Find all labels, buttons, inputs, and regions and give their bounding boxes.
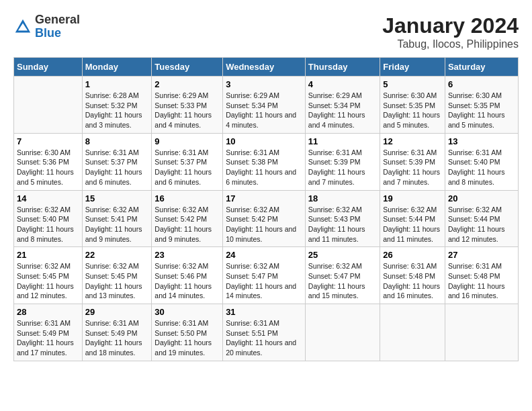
calendar-week-row: 14Sunrise: 6:32 AM Sunset: 5:40 PM Dayli… xyxy=(14,190,519,247)
calendar-cell: 13Sunrise: 6:31 AM Sunset: 5:40 PM Dayli… xyxy=(445,133,518,190)
day-number: 23 xyxy=(154,250,220,260)
column-header-saturday: Saturday xyxy=(445,58,518,77)
calendar-cell xyxy=(445,304,518,361)
calendar-cell: 26Sunrise: 6:31 AM Sunset: 5:48 PM Dayli… xyxy=(380,247,445,304)
title-block: January 2024 Tabug, Ilocos, Philippines xyxy=(382,13,519,50)
day-info: Sunrise: 6:31 AM Sunset: 5:39 PM Dayligh… xyxy=(308,148,377,187)
day-number: 31 xyxy=(226,307,302,317)
day-number: 21 xyxy=(17,250,79,260)
day-info: Sunrise: 6:31 AM Sunset: 5:37 PM Dayligh… xyxy=(85,148,149,187)
column-header-monday: Monday xyxy=(82,58,152,77)
day-info: Sunrise: 6:29 AM Sunset: 5:33 PM Dayligh… xyxy=(154,91,220,130)
day-info: Sunrise: 6:31 AM Sunset: 5:39 PM Dayligh… xyxy=(383,148,442,187)
calendar-cell: 29Sunrise: 6:31 AM Sunset: 5:49 PM Dayli… xyxy=(82,304,152,361)
day-number: 22 xyxy=(85,250,149,260)
day-info: Sunrise: 6:31 AM Sunset: 5:50 PM Dayligh… xyxy=(154,318,220,358)
calendar-cell: 24Sunrise: 6:32 AM Sunset: 5:47 PM Dayli… xyxy=(223,247,306,304)
calendar-cell xyxy=(305,304,380,361)
calendar-cell xyxy=(380,304,445,361)
day-info: Sunrise: 6:30 AM Sunset: 5:35 PM Dayligh… xyxy=(448,91,515,130)
day-number: 20 xyxy=(448,193,515,203)
day-info: Sunrise: 6:32 AM Sunset: 5:44 PM Dayligh… xyxy=(448,205,515,244)
calendar-cell: 25Sunrise: 6:32 AM Sunset: 5:47 PM Dayli… xyxy=(305,247,380,304)
day-info: Sunrise: 6:31 AM Sunset: 5:38 PM Dayligh… xyxy=(226,148,302,187)
calendar-cell: 11Sunrise: 6:31 AM Sunset: 5:39 PM Dayli… xyxy=(305,133,380,190)
day-info: Sunrise: 6:30 AM Sunset: 5:35 PM Dayligh… xyxy=(383,91,442,130)
day-number: 1 xyxy=(85,79,149,89)
calendar-cell: 10Sunrise: 6:31 AM Sunset: 5:38 PM Dayli… xyxy=(223,133,306,190)
day-info: Sunrise: 6:31 AM Sunset: 5:48 PM Dayligh… xyxy=(383,261,442,301)
day-number: 3 xyxy=(226,79,302,89)
day-number: 10 xyxy=(226,136,302,146)
day-number: 9 xyxy=(154,136,220,146)
day-number: 5 xyxy=(383,79,442,89)
day-number: 17 xyxy=(226,193,302,203)
day-number: 24 xyxy=(226,250,302,260)
day-info: Sunrise: 6:31 AM Sunset: 5:49 PM Dayligh… xyxy=(17,318,79,358)
day-number: 13 xyxy=(448,136,515,146)
day-info: Sunrise: 6:32 AM Sunset: 5:47 PM Dayligh… xyxy=(226,261,302,301)
day-info: Sunrise: 6:32 AM Sunset: 5:45 PM Dayligh… xyxy=(85,261,149,301)
day-info: Sunrise: 6:31 AM Sunset: 5:48 PM Dayligh… xyxy=(448,261,515,301)
calendar-cell: 19Sunrise: 6:32 AM Sunset: 5:44 PM Dayli… xyxy=(380,190,445,247)
calendar-cell: 2Sunrise: 6:29 AM Sunset: 5:33 PM Daylig… xyxy=(152,77,223,134)
page-subtitle: Tabug, Ilocos, Philippines xyxy=(382,38,519,50)
calendar-cell: 4Sunrise: 6:29 AM Sunset: 5:34 PM Daylig… xyxy=(305,77,380,134)
day-info: Sunrise: 6:32 AM Sunset: 5:45 PM Dayligh… xyxy=(17,261,79,301)
day-info: Sunrise: 6:30 AM Sunset: 5:36 PM Dayligh… xyxy=(17,148,79,187)
day-number: 4 xyxy=(308,79,377,89)
column-header-sunday: Sunday xyxy=(14,58,83,77)
day-info: Sunrise: 6:31 AM Sunset: 5:51 PM Dayligh… xyxy=(226,318,302,358)
day-number: 8 xyxy=(85,136,149,146)
column-header-thursday: Thursday xyxy=(305,58,380,77)
calendar-cell: 22Sunrise: 6:32 AM Sunset: 5:45 PM Dayli… xyxy=(82,247,152,304)
calendar-cell: 16Sunrise: 6:32 AM Sunset: 5:42 PM Dayli… xyxy=(152,190,223,247)
calendar-cell: 20Sunrise: 6:32 AM Sunset: 5:44 PM Dayli… xyxy=(445,190,518,247)
calendar-cell: 28Sunrise: 6:31 AM Sunset: 5:49 PM Dayli… xyxy=(14,304,83,361)
calendar-cell: 9Sunrise: 6:31 AM Sunset: 5:37 PM Daylig… xyxy=(152,133,223,190)
calendar-table: SundayMondayTuesdayWednesdayThursdayFrid… xyxy=(13,57,519,361)
day-number: 2 xyxy=(154,79,220,89)
calendar-week-row: 1Sunrise: 6:28 AM Sunset: 5:32 PM Daylig… xyxy=(14,77,519,134)
calendar-cell: 3Sunrise: 6:29 AM Sunset: 5:34 PM Daylig… xyxy=(223,77,306,134)
day-info: Sunrise: 6:32 AM Sunset: 5:43 PM Dayligh… xyxy=(308,205,377,244)
calendar-cell: 21Sunrise: 6:32 AM Sunset: 5:45 PM Dayli… xyxy=(14,247,83,304)
calendar-cell: 15Sunrise: 6:32 AM Sunset: 5:41 PM Dayli… xyxy=(82,190,152,247)
calendar-cell: 30Sunrise: 6:31 AM Sunset: 5:50 PM Dayli… xyxy=(152,304,223,361)
day-info: Sunrise: 6:32 AM Sunset: 5:44 PM Dayligh… xyxy=(383,205,442,244)
day-number: 25 xyxy=(308,250,377,260)
calendar-cell: 5Sunrise: 6:30 AM Sunset: 5:35 PM Daylig… xyxy=(380,77,445,134)
day-number: 16 xyxy=(154,193,220,203)
calendar-cell: 31Sunrise: 6:31 AM Sunset: 5:51 PM Dayli… xyxy=(223,304,306,361)
day-info: Sunrise: 6:32 AM Sunset: 5:42 PM Dayligh… xyxy=(226,205,302,244)
page-header: General Blue January 2024 Tabug, Ilocos,… xyxy=(13,13,519,50)
calendar-cell xyxy=(14,77,83,134)
calendar-week-row: 21Sunrise: 6:32 AM Sunset: 5:45 PM Dayli… xyxy=(14,247,519,304)
day-number: 28 xyxy=(17,307,79,317)
logo-icon xyxy=(13,17,32,36)
day-info: Sunrise: 6:31 AM Sunset: 5:49 PM Dayligh… xyxy=(85,318,149,358)
day-number: 12 xyxy=(383,136,442,146)
day-info: Sunrise: 6:32 AM Sunset: 5:42 PM Dayligh… xyxy=(154,205,220,244)
day-number: 27 xyxy=(448,250,515,260)
day-number: 30 xyxy=(154,307,220,317)
day-number: 26 xyxy=(383,250,442,260)
day-number: 18 xyxy=(308,193,377,203)
logo: General Blue xyxy=(13,13,80,40)
day-info: Sunrise: 6:32 AM Sunset: 5:41 PM Dayligh… xyxy=(85,205,149,244)
day-info: Sunrise: 6:32 AM Sunset: 5:46 PM Dayligh… xyxy=(154,261,220,301)
calendar-cell: 8Sunrise: 6:31 AM Sunset: 5:37 PM Daylig… xyxy=(82,133,152,190)
calendar-cell: 18Sunrise: 6:32 AM Sunset: 5:43 PM Dayli… xyxy=(305,190,380,247)
day-info: Sunrise: 6:28 AM Sunset: 5:32 PM Dayligh… xyxy=(85,91,149,130)
calendar-cell: 14Sunrise: 6:32 AM Sunset: 5:40 PM Dayli… xyxy=(14,190,83,247)
calendar-cell: 27Sunrise: 6:31 AM Sunset: 5:48 PM Dayli… xyxy=(445,247,518,304)
day-info: Sunrise: 6:29 AM Sunset: 5:34 PM Dayligh… xyxy=(226,91,302,130)
calendar-cell: 17Sunrise: 6:32 AM Sunset: 5:42 PM Dayli… xyxy=(223,190,306,247)
day-number: 6 xyxy=(448,79,515,89)
column-header-tuesday: Tuesday xyxy=(152,58,223,77)
calendar-cell: 1Sunrise: 6:28 AM Sunset: 5:32 PM Daylig… xyxy=(82,77,152,134)
day-info: Sunrise: 6:31 AM Sunset: 5:37 PM Dayligh… xyxy=(154,148,220,187)
column-header-friday: Friday xyxy=(380,58,445,77)
day-number: 14 xyxy=(17,193,79,203)
calendar-header-row: SundayMondayTuesdayWednesdayThursdayFrid… xyxy=(14,58,519,77)
